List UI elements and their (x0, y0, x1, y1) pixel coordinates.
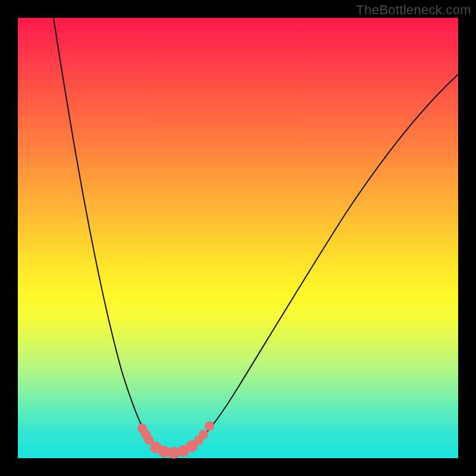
bead-marker (199, 430, 208, 439)
beads-layer (18, 18, 458, 458)
watermark-text: TheBottleneck.com (356, 2, 471, 18)
bead-marker (205, 421, 214, 431)
plot-area (18, 18, 458, 458)
chart-canvas: TheBottleneck.com (0, 0, 476, 476)
